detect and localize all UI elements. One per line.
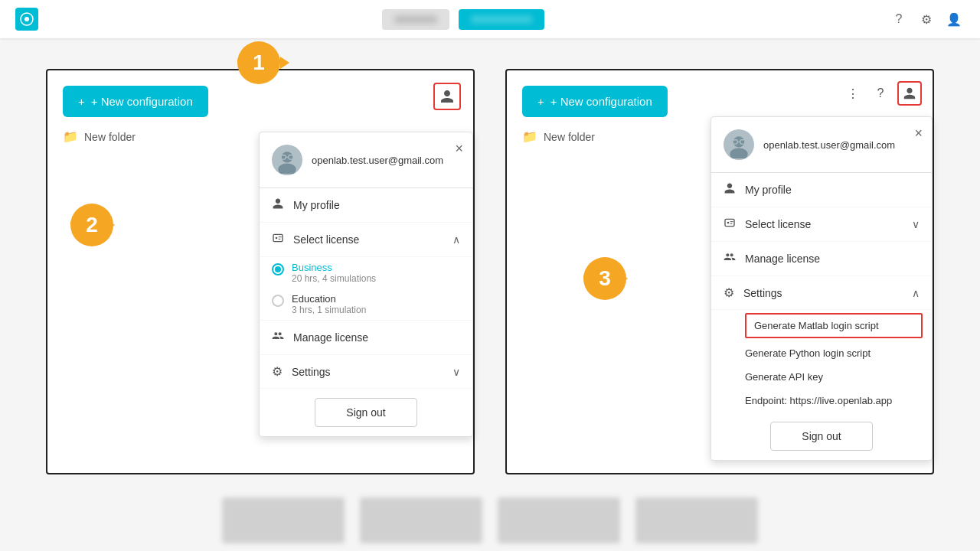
step-2-badge: 2 bbox=[70, 204, 113, 246]
right-license-icon bbox=[724, 217, 736, 232]
right-select-license-label: Select license bbox=[745, 218, 811, 230]
right-settings-collapse-icon: ∧ bbox=[912, 287, 920, 299]
business-license-name: Business bbox=[292, 262, 376, 273]
folder-icon: 📁 bbox=[63, 129, 78, 144]
education-radio[interactable] bbox=[272, 295, 284, 307]
right-manage-license-icon bbox=[724, 251, 736, 266]
generate-api-item[interactable]: Generate API key bbox=[745, 365, 932, 389]
settings-expand-icon: ∨ bbox=[452, 366, 460, 378]
endpoint-item[interactable]: Endpoint: https://live.openlab.app bbox=[745, 389, 932, 412]
right-icons-row: ⋮ ? bbox=[842, 81, 922, 106]
topbar-help-icon[interactable]: ? bbox=[888, 8, 910, 30]
right-my-profile-item[interactable]: My profile bbox=[711, 173, 932, 207]
education-license-name: Education bbox=[292, 293, 366, 305]
left-select-license-section: Select license ∧ Business 20 hrs, 4 simu… bbox=[260, 223, 472, 321]
left-panel-wrapper: 1 + + New configuration 📁 New folder bbox=[46, 69, 475, 474]
left-new-config-button[interactable]: + + New configuration bbox=[63, 86, 208, 117]
business-license-detail: 20 hrs, 4 simulations bbox=[292, 273, 376, 284]
left-business-license-row[interactable]: Business 20 hrs, 4 simulations bbox=[260, 257, 472, 289]
bottom-card-1 bbox=[222, 497, 345, 543]
main-area: 1 + + New configuration 📁 New folder bbox=[0, 38, 980, 551]
right-new-config-button[interactable]: + + New configuration bbox=[522, 86, 668, 117]
right-sign-out-button[interactable]: Sign out bbox=[770, 422, 872, 451]
right-settings-item[interactable]: ⚙ Settings ∧ bbox=[711, 276, 932, 310]
svg-point-1 bbox=[24, 17, 29, 21]
right-settings-label: Settings bbox=[743, 287, 782, 299]
right-profile-button[interactable] bbox=[897, 81, 922, 106]
left-profile-button[interactable] bbox=[433, 83, 461, 110]
left-user-avatar bbox=[272, 145, 302, 175]
right-app-panel: ⋮ ? + + New configuration 📁 New folder ☰ bbox=[505, 69, 934, 474]
right-plus-icon: + bbox=[537, 95, 544, 108]
left-my-profile-item[interactable]: My profile bbox=[260, 188, 472, 223]
left-sign-out-button[interactable]: Sign out bbox=[315, 398, 416, 427]
svg-rect-16 bbox=[725, 219, 734, 226]
left-settings-item[interactable]: ⚙ Settings ∨ bbox=[260, 355, 472, 389]
profile-menu-icon bbox=[272, 197, 284, 213]
settings-icon: ⚙ bbox=[272, 364, 283, 379]
right-settings-icon: ⚙ bbox=[724, 285, 734, 300]
license-collapse-icon: ∧ bbox=[452, 233, 460, 246]
nav-btn-2[interactable]: XXXXXXXXXX bbox=[459, 9, 544, 30]
generate-matlab-item[interactable]: Generate Matlab login script bbox=[745, 313, 923, 338]
left-select-license-item[interactable]: Select license ∧ bbox=[260, 223, 472, 257]
nav-btn-1[interactable]: XXXXXXX bbox=[382, 9, 449, 30]
settings-label: Settings bbox=[292, 366, 331, 378]
svg-point-17 bbox=[727, 222, 730, 224]
right-user-avatar bbox=[724, 129, 754, 160]
right-dropdown-menu: openlab.test.user@gmail.com × My profile… bbox=[710, 116, 933, 461]
right-help-icon[interactable]: ? bbox=[870, 83, 891, 104]
left-dropdown-menu: openlab.test.user@gmail.com × My profile bbox=[259, 132, 473, 437]
topbar-settings-icon[interactable]: ⚙ bbox=[916, 8, 937, 30]
right-more-icon[interactable]: ⋮ bbox=[842, 83, 864, 104]
right-select-license-item[interactable]: Select license ∨ bbox=[711, 207, 932, 242]
generate-python-item[interactable]: Generate Python login script bbox=[745, 341, 932, 365]
bottom-cards-row bbox=[0, 497, 980, 543]
education-license-detail: 3 hrs, 1 simulation bbox=[292, 305, 366, 315]
topbar-user-icon[interactable]: 👤 bbox=[943, 8, 965, 30]
left-user-email: openlab.test.user@gmail.com bbox=[312, 155, 443, 166]
right-license-expand-icon: ∨ bbox=[912, 218, 920, 230]
top-bar-right-icons: ? ⚙ 👤 bbox=[888, 8, 965, 30]
right-user-email: openlab.test.user@gmail.com bbox=[763, 139, 895, 151]
right-manage-license-label: Manage license bbox=[745, 253, 820, 265]
logo bbox=[15, 8, 38, 31]
right-dropdown-header: openlab.test.user@gmail.com × bbox=[711, 117, 932, 173]
svg-point-3 bbox=[278, 164, 296, 174]
right-panel-wrapper: ⋮ ? + + New configuration 📁 New folder ☰ bbox=[505, 69, 934, 474]
bottom-card-4 bbox=[635, 497, 758, 543]
left-manage-license-item[interactable]: Manage license bbox=[260, 321, 472, 355]
left-dropdown-header: openlab.test.user@gmail.com × bbox=[260, 132, 472, 188]
step-1-badge: 1 bbox=[237, 41, 280, 84]
left-education-license-row[interactable]: Education 3 hrs, 1 simulation bbox=[260, 289, 472, 320]
svg-point-8 bbox=[276, 237, 278, 240]
top-bar: XXXXXXX XXXXXXXXXX ? ⚙ 👤 bbox=[0, 0, 980, 38]
bottom-card-3 bbox=[498, 497, 620, 543]
left-dropdown-close[interactable]: × bbox=[455, 142, 463, 155]
right-my-profile-label: My profile bbox=[745, 184, 792, 196]
select-license-label: Select license bbox=[293, 233, 359, 246]
top-nav: XXXXXXX XXXXXXXXXX bbox=[382, 9, 544, 30]
step-3-badge: 3 bbox=[583, 257, 626, 300]
left-app-panel: + + New configuration 📁 New folder ☰ 2 bbox=[46, 69, 475, 474]
svg-point-12 bbox=[730, 148, 747, 159]
bottom-card-2 bbox=[360, 497, 482, 543]
svg-rect-7 bbox=[273, 234, 283, 241]
right-settings-section: ⚙ Settings ∧ Generate Matlab login scrip… bbox=[711, 276, 932, 412]
right-dropdown-close[interactable]: × bbox=[914, 126, 923, 140]
plus-icon: + bbox=[78, 95, 85, 108]
license-icon bbox=[272, 232, 284, 247]
right-manage-license-item[interactable]: Manage license bbox=[711, 242, 932, 276]
right-profile-menu-icon bbox=[724, 182, 736, 197]
right-folder-icon: 📁 bbox=[522, 129, 537, 144]
business-radio[interactable] bbox=[272, 263, 284, 276]
manage-license-icon bbox=[272, 330, 284, 345]
my-profile-label: My profile bbox=[293, 199, 340, 211]
manage-license-label: Manage license bbox=[293, 331, 368, 344]
right-settings-submenu: Generate Matlab login script Generate Py… bbox=[711, 313, 932, 412]
